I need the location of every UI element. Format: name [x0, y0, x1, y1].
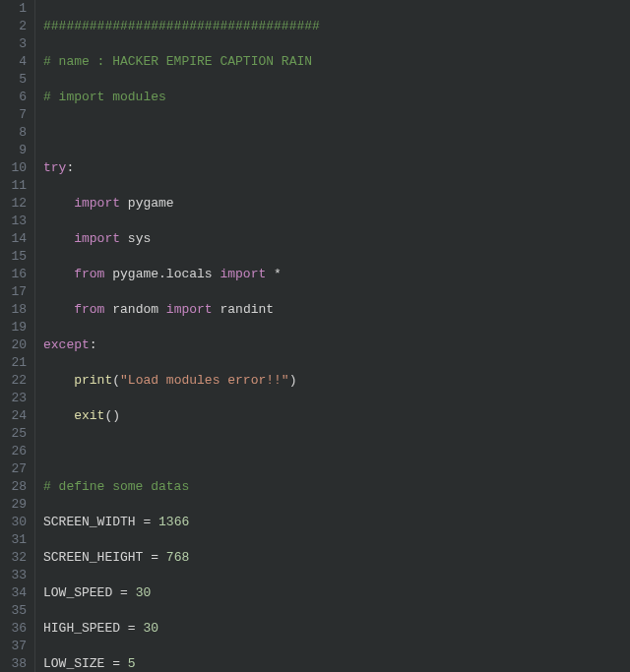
- code-line[interactable]: # define some datas: [43, 478, 630, 496]
- line-number: 14: [6, 230, 27, 248]
- line-number: 20: [6, 336, 27, 354]
- line-number: 11: [6, 177, 27, 195]
- identifier-token: pygame: [120, 196, 174, 211]
- keyword-token: except: [43, 337, 90, 352]
- keyword-token: from: [74, 302, 104, 317]
- line-number: 22: [6, 372, 27, 390]
- code-line[interactable]: [43, 443, 630, 460]
- code-editor-area[interactable]: #################################### # n…: [35, 0, 630, 672]
- line-number: 15: [6, 248, 27, 266]
- operator-token: =: [128, 621, 136, 636]
- line-number: 9: [6, 142, 27, 159]
- line-number: 10: [6, 159, 27, 177]
- keyword-token: try: [43, 160, 66, 175]
- code-line[interactable]: SCREEN_WIDTH = 1366: [43, 514, 630, 531]
- number-token: 30: [128, 585, 151, 600]
- line-number: 35: [6, 602, 27, 620]
- operator-token: =: [120, 585, 128, 600]
- line-number: 30: [6, 514, 27, 531]
- identifier-token: randint: [213, 302, 274, 317]
- keyword-token: import: [74, 231, 120, 246]
- comment-token: # name : HACKER EMPIRE CAPTION RAIN: [43, 54, 312, 69]
- identifier-token: random: [104, 302, 165, 317]
- line-number: 16: [6, 266, 27, 283]
- identifier-token: [266, 267, 274, 281]
- line-number: 33: [6, 567, 27, 584]
- number-token: 768: [158, 550, 189, 565]
- line-number: 23: [6, 390, 27, 407]
- identifier-token: LOW_SPEED: [43, 585, 120, 600]
- punct-token: :: [66, 160, 74, 175]
- operator-token: =: [151, 550, 158, 565]
- line-number: 37: [6, 638, 27, 655]
- keyword-token: import: [220, 267, 266, 281]
- line-number: 1: [6, 0, 27, 18]
- code-line[interactable]: import pygame: [43, 195, 630, 213]
- code-line[interactable]: from random import randint: [43, 301, 630, 319]
- identifier-token: SCREEN_HEIGHT: [43, 550, 151, 565]
- punct-token: (: [112, 373, 120, 388]
- line-number: 3: [6, 35, 27, 53]
- line-number: 26: [6, 443, 27, 460]
- star-token: *: [274, 267, 282, 281]
- code-line[interactable]: ####################################: [43, 18, 630, 35]
- line-number: 32: [6, 549, 27, 567]
- line-number: 21: [6, 354, 27, 372]
- line-number: 31: [6, 531, 27, 549]
- line-number: 7: [6, 106, 27, 124]
- operator-token: =: [112, 656, 120, 671]
- line-number: 27: [6, 460, 27, 478]
- comment-token: # import modules: [43, 90, 166, 104]
- line-number: 17: [6, 283, 27, 301]
- code-line[interactable]: HIGH_SPEED = 30: [43, 620, 630, 638]
- code-line[interactable]: exit(): [43, 407, 630, 425]
- code-line[interactable]: except:: [43, 336, 630, 354]
- code-line[interactable]: # name : HACKER EMPIRE CAPTION RAIN: [43, 53, 630, 71]
- line-number: 19: [6, 319, 27, 336]
- keyword-token: from: [74, 267, 104, 281]
- keyword-token: import: [74, 196, 120, 211]
- identifier-token: HIGH_SPEED: [43, 621, 128, 636]
- function-call-token: exit: [74, 408, 104, 423]
- line-number: 4: [6, 53, 27, 71]
- line-number: 29: [6, 496, 27, 514]
- line-number: 12: [6, 195, 27, 213]
- punct-token: (): [104, 408, 120, 423]
- line-number: 5: [6, 71, 27, 89]
- line-number: 18: [6, 301, 27, 319]
- comment-token: # define some datas: [43, 479, 189, 494]
- code-line[interactable]: LOW_SIZE = 5: [43, 655, 630, 672]
- identifier-token: pygame.locals: [104, 267, 220, 281]
- line-number: 28: [6, 478, 27, 496]
- line-number: 34: [6, 584, 27, 602]
- line-number: 8: [6, 124, 27, 142]
- number-token: 30: [136, 621, 158, 636]
- identifier-token: SCREEN_WIDTH: [43, 515, 143, 529]
- code-line[interactable]: [43, 124, 630, 142]
- line-number: 2: [6, 18, 27, 35]
- code-line[interactable]: try:: [43, 159, 630, 177]
- code-line[interactable]: # import modules: [43, 89, 630, 106]
- code-line[interactable]: from pygame.locals import *: [43, 266, 630, 283]
- line-number: 13: [6, 213, 27, 230]
- number-token: 5: [120, 656, 136, 671]
- punct-token: :: [90, 337, 97, 352]
- line-number: 24: [6, 407, 27, 425]
- code-line[interactable]: import sys: [43, 230, 630, 248]
- line-number: 25: [6, 425, 27, 443]
- line-number-gutter: 1 2 3 4 5 6 7 8 9 10 11 12 13 14 15 16 1…: [0, 0, 35, 672]
- line-number: 38: [6, 655, 27, 672]
- code-line[interactable]: print("Load modules error!!"): [43, 372, 630, 390]
- line-number: 36: [6, 620, 27, 638]
- comment-token: ####################################: [43, 19, 320, 33]
- identifier-token: LOW_SIZE: [43, 656, 112, 671]
- code-line[interactable]: SCREEN_HEIGHT = 768: [43, 549, 630, 567]
- keyword-token: import: [166, 302, 213, 317]
- code-line[interactable]: LOW_SPEED = 30: [43, 584, 630, 602]
- identifier-token: sys: [120, 231, 151, 246]
- punct-token: ): [289, 373, 297, 388]
- function-call-token: print: [74, 373, 112, 388]
- line-number: 6: [6, 89, 27, 106]
- string-token: "Load modules error!!": [120, 373, 289, 388]
- number-token: 1366: [151, 515, 189, 529]
